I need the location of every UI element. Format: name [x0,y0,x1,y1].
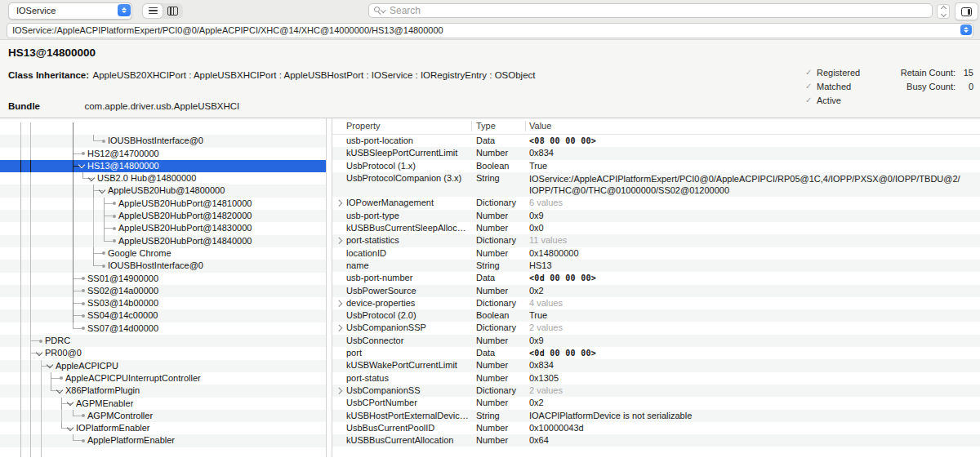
table-row[interactable]: UsbPowerSourceNumber0x2 [332,285,980,297]
disclosure-chevron-icon[interactable] [78,162,85,168]
tree-item[interactable]: HS12@14700000 [0,148,326,160]
disclosure-chevron-icon[interactable] [56,386,63,393]
tree-item[interactable]: SS01@14900000 [0,273,326,285]
table-row[interactable]: portData<0d 00 00 00> [332,347,980,359]
table-row[interactable]: UsbCPortNumberNumber0x2 [332,397,980,409]
table-row[interactable]: kUSBBusCurrentSleepAlloc…Number0x0 [332,222,980,234]
type-cell: Number [476,247,525,260]
flag-checkbox-active[interactable]: ✓Active [805,93,860,107]
tree-guide-line [41,385,42,397]
tree-item[interactable]: HS13@14800000 [0,160,326,172]
table-row[interactable]: kUSBWakePortCurrentLimitNumber0x834 [332,359,980,371]
table-row[interactable]: nameStringHS13 [332,260,980,272]
table-row[interactable]: usb-port-typeNumber0x9 [332,210,980,222]
tree-guide-line [93,222,94,234]
tree-item[interactable]: X86PlatformPlugin [0,385,326,397]
tree-item[interactable]: AppleACPICPU [0,360,326,372]
type-cell: Number [476,397,525,409]
tree-item-label: SS01@14900000 [87,273,158,285]
tree-item[interactable]: AppleUSB20HubPort@14840000 [0,235,326,247]
checkmark-icon: ✓ [805,96,817,104]
tree-item[interactable]: USB2.0 Hub@14800000 [0,172,326,185]
table-row[interactable]: usb-port-locationData<08 00 00 00> [332,135,980,147]
disclosure-chevron-icon[interactable] [36,349,42,356]
table-row[interactable]: usb-port-numberData<0d 00 00 00> [332,272,980,284]
tree-item[interactable]: PDRC [0,335,326,347]
flag-checkbox-matched[interactable]: ✓Matched [805,79,860,93]
tree-guide-line [20,385,21,397]
table-row[interactable]: kUSBSleepPortCurrentLimitNumber0x834 [332,147,980,159]
table-row[interactable]: port-statisticsDictionary11 values [332,234,980,247]
tree-item[interactable]: AppleUSB20HubPort@14810000 [0,198,326,210]
property-cell: UsbCompanionSSP [346,322,470,334]
disclosure-chevron-icon[interactable] [88,174,95,180]
tree-item[interactable]: SS07@14d00000 [0,322,326,335]
flag-checkbox-registered[interactable]: ✓Registered [805,65,860,79]
search-history-stepper[interactable] [937,4,950,19]
property-cell: UsbPowerSource [346,285,470,297]
page-title: HS13@14800000 [8,47,96,59]
plane-selector-popup[interactable]: IOService [8,2,132,20]
tree-guide-line [20,398,21,410]
view-columns-button[interactable] [163,4,182,18]
tree-guide-line [30,260,31,272]
tree-item[interactable]: AppleUSB20Hub@14800000 [0,185,326,197]
tree-guide-line [93,210,94,222]
tree-spacer-row [0,122,326,135]
column-separator[interactable] [471,121,472,131]
tree-guide-line [41,410,42,422]
tree-item[interactable]: SS03@14b00000 [0,297,326,309]
table-row[interactable]: kUSBBusCurrentAllocationNumber0x64 [332,434,980,447]
row-disclosure-chevron-icon[interactable] [336,388,342,394]
table-row[interactable]: locationIDNumber0x14800000 [332,247,980,260]
tree-item-label: AppleUSB20Hub@14800000 [108,185,225,197]
table-row[interactable]: UsbProtocol (2.0)BooleanTrue [332,309,980,322]
table-row[interactable]: UsbProtocolCompanion (3.x)StringIOServic… [332,172,980,198]
table-row[interactable]: UsbCompanionSSPDictionary2 values [332,322,980,334]
table-row[interactable]: port-statusNumber0x1305 [332,372,980,385]
tree-item[interactable]: AppleUSB20HubPort@14830000 [0,222,326,234]
tree-item[interactable]: AGPMEnabler [0,398,326,410]
tree-item[interactable]: IOPlatformEnabler [0,422,326,434]
table-row[interactable]: device-propertiesDictionary4 values [332,297,980,309]
value-cell: <0d 00 00 00> [529,272,975,284]
table-row[interactable]: UsbCompanionSSDictionary2 values [332,385,980,397]
tree-item[interactable]: IOUSBHostInterface@0 [0,260,326,272]
table-row[interactable]: UsbConnectorNumber0x9 [332,335,980,347]
table-row[interactable]: UsbProtocol (1.x)BooleanTrue [332,160,980,172]
search-input[interactable]: Search [368,3,933,18]
tree-item[interactable]: AppleACPICPUInterruptController [0,372,326,385]
row-disclosure-chevron-icon[interactable] [336,325,342,331]
disclosure-chevron-icon[interactable] [67,399,74,406]
tree-item[interactable]: SS02@14a00000 [0,285,326,297]
tree-guide-line [20,135,21,147]
value-cell: 4 values [529,297,975,309]
table-row[interactable]: IOPowerManagementDictionary6 values [332,197,980,209]
column-separator[interactable] [525,121,526,131]
tree-item[interactable]: Google Chrome [0,247,326,260]
search-placeholder: Search [390,5,421,16]
disclosure-chevron-icon[interactable] [47,362,53,368]
toggle-inspector-button[interactable] [955,2,978,20]
tree-item[interactable]: SS04@14c00000 [0,309,326,322]
row-disclosure-chevron-icon[interactable] [336,200,342,207]
table-row[interactable]: UsbBusCurrentPoolIDNumber0x10000043d [332,422,980,434]
row-disclosure-chevron-icon[interactable] [336,238,342,244]
disclosure-chevron-icon[interactable] [67,424,74,430]
tree-item[interactable]: AppleUSB20HubPort@14820000 [0,210,326,222]
row-disclosure-chevron-icon[interactable] [336,300,342,307]
disclosure-chevron-icon[interactable] [99,187,105,193]
value-cell: 0x834 [529,147,975,159]
tree-item[interactable]: AGPMController [0,410,326,422]
property-cell: kUSBHostPortExternalDevic… [346,410,470,422]
type-cell: Boolean [476,309,525,322]
path-stepper-icon[interactable] [960,24,972,35]
tree-item[interactable]: ApplePlatformEnabler [0,434,326,447]
table-row[interactable]: kUSBHostPortExternalDevic…StringIOACPIPl… [332,410,980,422]
view-list-button[interactable] [143,4,163,18]
tree-item[interactable]: PR00@0 [0,347,326,359]
path-field[interactable]: IOService:/AppleACPIPlatformExpert/PCI0@… [7,23,973,38]
tree-item-label: HS12@14700000 [87,148,159,160]
tree-guide-line [41,372,42,385]
tree-item[interactable]: IOUSBHostInterface@0 [0,135,326,147]
